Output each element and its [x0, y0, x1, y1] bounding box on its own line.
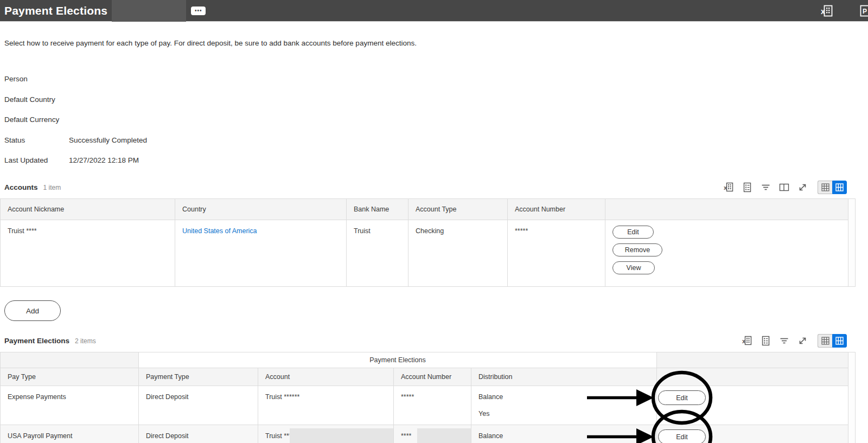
redacted-person-name: [112, 0, 186, 22]
elections-count: 2 items: [75, 337, 96, 345]
grid-view-toggle-active[interactable]: [832, 334, 847, 348]
accounts-table: Account Nickname Country Bank Name Accou…: [0, 198, 848, 287]
page-header: Payment Elections ••• x P: [0, 0, 868, 22]
table-scrollbar[interactable]: [848, 198, 856, 287]
group-header-payment-elections: Payment Elections: [139, 352, 657, 368]
col-account-number[interactable]: Account Number: [508, 199, 605, 220]
expand-icon[interactable]: [797, 182, 808, 192]
summary-fields: Person Default Country Default Currency …: [4, 75, 868, 164]
edit-account-button[interactable]: Edit: [612, 226, 654, 239]
distribution-line: Yes: [478, 410, 649, 418]
col-bank-name[interactable]: Bank Name: [347, 199, 409, 220]
view-printable-icon[interactable]: [761, 336, 771, 346]
add-account-button[interactable]: Add: [4, 300, 61, 321]
accounts-count: 1 item: [43, 184, 61, 191]
grid-view-toggle-active[interactable]: [832, 181, 847, 194]
filter-icon[interactable]: [761, 182, 771, 192]
payment-type-cell: Direct Deposit: [139, 386, 258, 425]
view-printable-icon[interactable]: [742, 182, 752, 192]
account-cell: Truist *****: [258, 425, 394, 443]
field-person: Person: [4, 75, 868, 83]
edit-election-button[interactable]: Edit: [658, 429, 706, 443]
group-header-spacer: [1, 352, 139, 368]
field-status: Status Successfully Completed: [4, 137, 868, 144]
col-actions: [657, 368, 848, 386]
election-action-cell: Edit: [657, 425, 848, 443]
col-actions: [605, 199, 848, 220]
election-action-cell: Edit: [657, 386, 848, 425]
export-to-excel-icon[interactable]: x: [724, 182, 734, 192]
pay-type-cell: Expense Payments: [1, 386, 139, 425]
col-pay-type[interactable]: Pay Type: [1, 368, 139, 386]
elections-title: Payment Elections: [4, 337, 69, 345]
filter-icon[interactable]: [779, 336, 789, 346]
elections-table-wrap: Payment Elections Pay Type Payment Type …: [0, 352, 868, 443]
view-account-button[interactable]: View: [612, 261, 655, 274]
export-to-excel-icon[interactable]: x: [820, 4, 834, 18]
election-row-payroll: USA Payroll Payment Direct Deposit Truis…: [1, 425, 848, 443]
grid-view-toggle[interactable]: [818, 181, 832, 194]
payment-type-cell: Direct Deposit: [139, 425, 258, 443]
svg-text:P: P: [863, 8, 867, 15]
col-country[interactable]: Country: [175, 199, 347, 220]
account-row: Truist **** United States of America Tru…: [1, 220, 848, 287]
col-account[interactable]: Account: [258, 368, 394, 386]
pay-type-cell: USA Payroll Payment: [1, 425, 139, 443]
col-account-number[interactable]: Account Number: [394, 368, 471, 386]
account-cell: Truist ******: [258, 386, 394, 425]
accounts-table-wrap: Account Nickname Country Bank Name Accou…: [0, 198, 868, 287]
distribution-cell: Balance: [471, 425, 657, 443]
account-nickname-cell: Truist ****: [1, 220, 175, 287]
account-type-cell: Checking: [409, 220, 508, 287]
distribution-line: Balance: [478, 393, 649, 401]
export-to-excel-icon[interactable]: x: [742, 336, 752, 346]
svg-text:x: x: [742, 338, 746, 344]
field-default-currency: Default Currency: [4, 116, 868, 124]
col-account-type[interactable]: Account Type: [409, 199, 508, 220]
table-scrollbar[interactable]: [848, 352, 856, 443]
accounts-toolbar: x: [724, 181, 847, 194]
col-distribution[interactable]: Distribution: [471, 368, 657, 386]
account-actions-cell: Edit Remove View: [605, 220, 848, 287]
field-last-updated: Last Updated 12/27/2022 12:18 PM: [4, 157, 868, 164]
account-number-cell: *****: [508, 220, 605, 287]
col-account-nickname[interactable]: Account Nickname: [1, 199, 175, 220]
account-number-cell: *****: [394, 386, 471, 425]
field-default-country: Default Country: [4, 96, 868, 104]
elections-group-header-row: Payment Elections: [1, 352, 848, 368]
freeze-columns-icon[interactable]: [779, 182, 789, 192]
account-bank-cell: Truist: [347, 220, 409, 287]
accounts-section-header: Accounts 1 item x: [0, 181, 868, 194]
pdf-icon[interactable]: P: [859, 4, 868, 18]
col-payment-type[interactable]: Payment Type: [139, 368, 258, 386]
election-row-expense: Expense Payments Direct Deposit Truist *…: [1, 386, 848, 425]
expand-icon[interactable]: [797, 336, 808, 346]
country-link[interactable]: United States of America: [182, 227, 257, 235]
intro-text: Select how to receive payment for each t…: [4, 39, 868, 47]
related-actions-button[interactable]: •••: [191, 7, 206, 15]
distribution-line: Balance: [478, 432, 649, 440]
remove-account-button[interactable]: Remove: [612, 243, 662, 256]
accounts-header-row: Account Nickname Country Bank Name Accou…: [1, 199, 848, 220]
account-country-cell: United States of America: [175, 220, 347, 287]
accounts-view-toggle: [818, 181, 847, 194]
svg-text:x: x: [724, 184, 727, 191]
distribution-cell: Balance Yes: [471, 386, 657, 425]
elections-view-toggle: [818, 334, 847, 348]
elections-section-header: Payment Elections 2 items x: [0, 334, 868, 348]
accounts-title: Accounts: [4, 183, 38, 191]
elections-toolbar: x: [742, 334, 847, 348]
redacted-account: [290, 428, 393, 443]
edit-election-button[interactable]: Edit: [658, 390, 706, 405]
grid-view-toggle[interactable]: [818, 334, 832, 348]
elections-table: Payment Elections Pay Type Payment Type …: [0, 352, 848, 443]
group-header-spacer: [657, 352, 848, 368]
redacted-account-number: [417, 428, 471, 443]
svg-text:x: x: [821, 7, 825, 16]
account-number-cell: ****: [394, 425, 471, 443]
page-title: Payment Elections: [4, 4, 107, 17]
elections-header-row: Pay Type Payment Type Account Account Nu…: [1, 368, 848, 386]
